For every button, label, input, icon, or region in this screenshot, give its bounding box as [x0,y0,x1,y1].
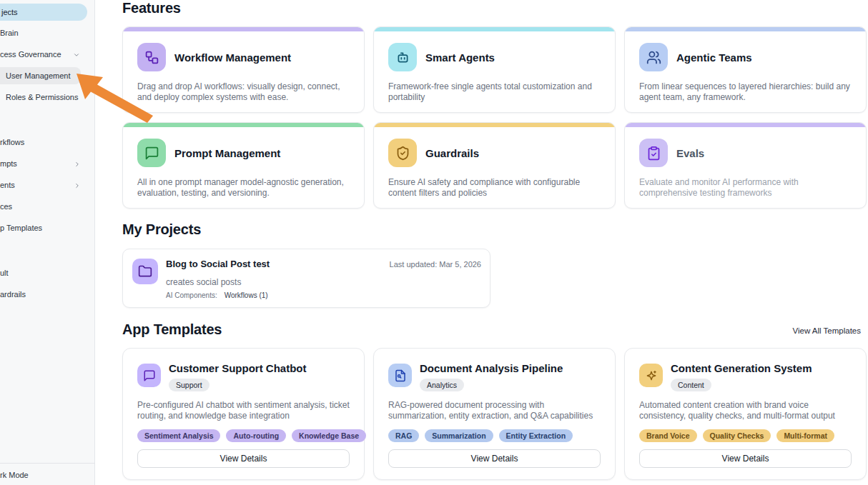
sidebar-item-guardrails[interactable]: ardrails [0,290,26,299]
chevron-right-icon [74,161,81,168]
feature-description: Drag and drop AI workflows: visually des… [137,81,350,103]
project-card[interactable]: Blog to Social Post test Last updated: M… [122,249,490,308]
sidebar-item-traces[interactable]: ces [0,202,12,211]
workflow-icon [137,43,166,71]
users-icon [639,43,668,71]
chevron-right-icon [74,182,81,189]
template-tags: Sentiment Analysis Auto-routing Knowledg… [137,429,366,442]
bot-icon [388,43,417,71]
template-description: Pre-configured AI chatbot with sentiment… [137,400,350,421]
app-templates-heading: App Templates [122,321,222,338]
project-title: Blog to Social Post test [166,259,270,269]
template-tags: RAG Summarization Entity Extraction [388,429,573,442]
template-tag: Quality Checks [703,429,771,442]
my-projects-heading: My Projects [122,221,201,238]
template-description: RAG-powered document processing with sum… [388,400,601,421]
feature-description: Framework-free single agents total custo… [388,81,601,103]
template-card-content-generation-system: Content Generation System Content Automa… [624,348,867,480]
view-all-templates-link[interactable]: View All Templates [793,326,861,335]
sidebar-item-label: ardrails [0,290,26,299]
file-search-icon [388,364,412,387]
shield-check-icon [388,139,417,167]
feature-description: Evaluate and monitor AI performance with… [639,177,852,199]
sidebar-item-workflows[interactable]: rkflows [0,138,24,146]
project-components-label: AI Components: [166,291,217,299]
sidebar-item-label: rk Mode [0,471,29,479]
feature-title: Guardrails [425,147,479,159]
template-tag: Auto-routing [226,429,286,442]
template-description: Automated content creation with brand vo… [639,400,852,421]
project-components: AI Components:Workflows (1) [166,291,268,299]
sidebar-item-prompts[interactable]: mpts [0,159,17,168]
feature-description: From linear sequences to layered hierarc… [639,81,852,103]
feature-card-smart-agents[interactable]: Smart Agents Framework-free single agent… [373,26,616,113]
feature-description: All in one prompt manager model-agnostic… [137,177,350,199]
sidebar-item-app-templates[interactable]: p Templates [0,224,42,232]
feature-title: Evals [676,147,704,159]
template-title: Customer Support Chatbot [169,362,307,374]
template-category-badge: Content [671,379,711,391]
feature-card-agentic-teams[interactable]: Agentic Teams From linear sequences to l… [624,26,867,113]
sidebar-item-roles-permissions[interactable]: Roles & Permissions [6,93,78,101]
sidebar-item-label: p Templates [0,224,42,232]
sidebar-item-access-governance[interactable]: cess Governance [0,50,61,59]
template-tags: Brand Voice Quality Checks Multi-format [639,429,834,442]
sidebar-item-label: ces [0,202,12,211]
sidebar-item-label: ult [0,269,9,277]
view-details-button[interactable]: View Details [388,449,601,468]
template-card-document-analysis-pipeline: Document Analysis Pipeline Analytics RAG… [373,348,616,480]
view-details-button[interactable]: View Details [639,449,852,468]
sidebar-item-projects[interactable]: jects [0,4,87,21]
sidebar: jects Brain cess Governance User Managem… [0,0,95,485]
view-details-button[interactable]: View Details [137,449,350,468]
sidebar-item-label: jects [1,8,18,16]
sidebar-item-label: Brain [0,29,19,37]
template-card-customer-support-chatbot: Customer Support Chatbot Support Pre-con… [122,348,365,480]
project-last-updated: Last updated: Mar 5, 2026 [390,260,481,269]
feature-title: Prompt Management [174,147,280,159]
template-tag: RAG [388,429,419,442]
sidebar-item-label: ents [0,181,15,189]
feature-card-prompt-management[interactable]: Prompt Management All in one prompt mana… [122,122,365,209]
template-tag: Summarization [425,429,493,442]
sidebar-item-brain[interactable]: Brain [0,29,19,37]
sidebar-item-label: mpts [0,159,17,168]
feature-title: Smart Agents [425,51,495,64]
templates-grid: Customer Support Chatbot Support Pre-con… [122,348,867,480]
project-description: creates social posts [166,277,241,287]
feature-card-workflow-management[interactable]: Workflow Management Drag and drop AI wor… [122,26,365,113]
feature-card-guardrails[interactable]: Guardrails Ensure AI safety and complian… [373,122,616,209]
feature-description: Ensure AI safety and compliance with con… [388,177,601,199]
template-title: Content Generation System [671,362,812,374]
template-category-badge: Support [169,379,209,391]
features-grid: Workflow Management Drag and drop AI wor… [122,26,867,209]
sidebar-item-label: rkflows [0,138,24,146]
template-category-badge: Analytics [420,379,464,391]
feature-title: Agentic Teams [676,51,752,64]
sidebar-item-label: cess Governance [0,50,61,59]
sidebar-item-vault[interactable]: ult [0,269,9,277]
sidebar-item-label: Roles & Permissions [6,93,78,101]
message-square-icon [137,139,166,167]
template-tag: Knowledge Base [292,429,366,442]
template-tag: Multi-format [776,429,834,442]
sidebar-item-label: User Management [6,71,71,80]
sidebar-item-user-management[interactable]: User Management [0,67,81,84]
sidebar-item-agents[interactable]: ents [0,181,15,189]
message-square-icon [137,364,161,387]
sidebar-item-dark-mode[interactable]: rk Mode [0,471,29,479]
clipboard-check-icon [639,139,668,167]
template-title: Document Analysis Pipeline [420,362,563,374]
feature-card-evals[interactable]: Evals Evaluate and monitor AI performanc… [624,122,867,209]
chevron-down-icon [73,51,80,59]
features-heading: Features [122,0,181,16]
template-tag: Sentiment Analysis [137,429,220,442]
template-tag: Entity Extraction [499,429,573,442]
folder-icon [132,259,158,284]
sparkles-icon [639,364,663,387]
sidebar-divider [0,463,95,464]
template-tag: Brand Voice [639,429,697,442]
feature-title: Workflow Management [174,51,291,64]
project-components-value: Workflows (1) [225,291,268,299]
